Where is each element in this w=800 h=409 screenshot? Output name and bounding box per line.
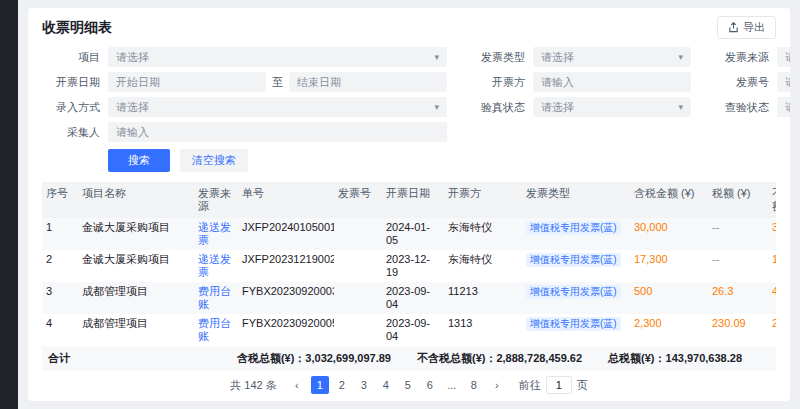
total-without-tax: 不含税总额(¥)：2,888,728,459.62 [417, 351, 582, 366]
invoice-type-badge: 增值税专用发票(蓝) [526, 285, 621, 299]
invoice-type-badge: 增值税专用发票(蓝) [526, 317, 621, 331]
export-button[interactable]: 导出 [717, 16, 776, 39]
column-header-4: 发票号 [334, 182, 382, 218]
cell-amount: 2,300 [630, 314, 708, 346]
cell-date: 2023-12-19 [382, 250, 444, 282]
cell-idx: 2 [42, 250, 78, 282]
cell-idx: 1 [42, 218, 78, 250]
search-button[interactable]: 搜索 [108, 149, 170, 172]
column-header-2: 发票来源 [194, 182, 238, 218]
column-header-1: 项目名称 [78, 182, 194, 218]
cell-invoice_no [334, 218, 382, 250]
summary-label: 合计 [48, 351, 70, 366]
chevron-down-icon: ▾ [678, 53, 683, 62]
select-placeholder: 请选择 [116, 100, 149, 115]
cell-source[interactable]: 递送发票 [194, 250, 238, 282]
table-row: 2金诚大厦采购项目递送发票JXFP202312190022023-12-19东海… [42, 250, 776, 282]
column-header-10: 不含税金额 (¥) [768, 182, 776, 218]
start-date-input[interactable] [108, 72, 266, 92]
goto-page-input[interactable] [546, 376, 572, 394]
cell-issuer: 东海特仪 [444, 218, 522, 250]
cell-source[interactable]: 递送发票 [194, 218, 238, 250]
cell-date: 2023-09-04 [382, 282, 444, 314]
page-button-3[interactable]: 3 [355, 376, 373, 394]
filter-field-invoice-type: 发票类型 请选择 ▾ [467, 47, 691, 67]
filter-field-entry-method: 录入方式 请选择 ▾ [42, 97, 447, 117]
chevron-left-icon[interactable]: ‹ [288, 376, 306, 394]
check-status-select[interactable]: 请选择 ▾ [777, 97, 790, 117]
filter-label-project: 项目 [42, 50, 100, 65]
filter-label-invoice-type: 发票类型 [467, 50, 525, 65]
filter-field-invoice-date: 开票日期 至 [42, 72, 447, 92]
clear-search-button[interactable]: 清空搜索 [180, 149, 248, 172]
cell-tax: -- [708, 250, 768, 282]
chevron-down-icon: ▾ [678, 103, 683, 112]
invoice-no-input[interactable] [777, 72, 790, 92]
cell-amount: 30,000 [630, 218, 708, 250]
column-header-8: 含税金额 (¥) [630, 182, 708, 218]
cell-order_no: FYBX20230920005 [238, 314, 334, 346]
chevron-down-icon: ▾ [434, 53, 439, 62]
pagination-pages: 123456...8 [311, 376, 483, 394]
project-select[interactable]: 请选择 ▾ [108, 47, 447, 67]
filter-field-issuer: 开票方 [467, 72, 691, 92]
page-button-8[interactable]: 8 [465, 376, 483, 394]
verify-status-select[interactable]: 请选择 ▾ [533, 97, 691, 117]
end-date-input[interactable] [289, 72, 447, 92]
filter-label-invoice-no: 发票号 [711, 75, 769, 90]
page-button-6[interactable]: 6 [421, 376, 439, 394]
entry-method-select[interactable]: 请选择 ▾ [108, 97, 447, 117]
table-header-row: 序号项目名称发票来源单号发票号开票日期开票方发票类型含税金额 (¥)税额 (¥)… [42, 182, 776, 218]
cell-type: 增值税专用发票(蓝) [522, 282, 630, 314]
table-body: 1金诚大厦采购项目递送发票JXFP202401050012024-01-05东海… [42, 218, 776, 346]
page-container: 收票明细表 导出 项目 请选择 ▾ 发票类型 [18, 0, 800, 409]
issuer-input[interactable] [533, 72, 691, 92]
filter-field-collector: 采集人 [42, 122, 447, 142]
filter-field-invoice-no: 发票号 [711, 72, 790, 92]
cell-invoice_no [334, 250, 382, 282]
select-placeholder: 请选择 [785, 100, 790, 115]
table-row: 1金诚大厦采购项目递送发票JXFP202401050012024-01-05东海… [42, 218, 776, 250]
cell-type: 增值税专用发票(蓝) [522, 218, 630, 250]
cell-idx: 4 [42, 314, 78, 346]
cell-tax: 26.3 [708, 282, 768, 314]
summary-row: 合计 含税总额(¥)：3,032,699,097.89 不含税总额(¥)：2,8… [42, 346, 776, 371]
page-button-1[interactable]: 1 [311, 376, 329, 394]
page-header: 收票明细表 导出 [28, 8, 790, 43]
goto-prefix: 前往 [519, 378, 541, 393]
cell-order_no: FYBX20230920003 [238, 282, 334, 314]
page-ellipsis: ... [443, 376, 461, 394]
cell-source[interactable]: 费用台账 [194, 314, 238, 346]
invoice-type-badge: 增值税专用发票(蓝) [526, 253, 621, 267]
filter-field-verify-status: 验真状态 请选择 ▾ [467, 97, 691, 117]
invoice-table: 序号项目名称发票来源单号发票号开票日期开票方发票类型含税金额 (¥)税额 (¥)… [42, 182, 776, 346]
cell-amount: 500 [630, 282, 708, 314]
cell-net: 30,000 [768, 218, 776, 250]
table-head: 序号项目名称发票来源单号发票号开票日期开票方发票类型含税金额 (¥)税额 (¥)… [42, 182, 776, 218]
page-button-2[interactable]: 2 [333, 376, 351, 394]
filter-field-project: 项目 请选择 ▾ [42, 47, 447, 67]
goto-suffix: 页 [577, 378, 588, 393]
cell-net: 2,069.91 [768, 314, 776, 346]
invoice-type-select[interactable]: 请选择 ▾ [533, 47, 691, 67]
summary-items: 含税总额(¥)：3,032,699,097.89 不含税总额(¥)：2,888,… [237, 351, 770, 366]
content-card: 收票明细表 导出 项目 请选择 ▾ 发票类型 [28, 8, 790, 401]
chevron-right-icon[interactable]: › [488, 376, 506, 394]
cell-project: 金诚大厦采购项目 [78, 218, 194, 250]
collector-input[interactable] [108, 122, 447, 142]
invoice-type-badge: 增值税专用发票(蓝) [526, 221, 621, 235]
collapsed-sidebar[interactable] [0, 0, 18, 409]
page-button-5[interactable]: 5 [399, 376, 417, 394]
chevron-down-icon: ▾ [434, 103, 439, 112]
invoice-source-select[interactable]: 请选择 ▾ [777, 47, 790, 67]
cell-source[interactable]: 费用台账 [194, 282, 238, 314]
page-button-4[interactable]: 4 [377, 376, 395, 394]
cell-net: 473.7 [768, 282, 776, 314]
cell-invoice_no [334, 314, 382, 346]
filter-panel: 项目 请选择 ▾ 发票类型 请选择 ▾ 发票来源 请选择 [28, 43, 790, 178]
cell-invoice_no [334, 282, 382, 314]
cell-project: 成都管理项目 [78, 314, 194, 346]
cell-tax: 230.09 [708, 314, 768, 346]
total-tax: 总税额(¥)：143,970,638.28 [608, 351, 742, 366]
column-header-0: 序号 [42, 182, 78, 218]
